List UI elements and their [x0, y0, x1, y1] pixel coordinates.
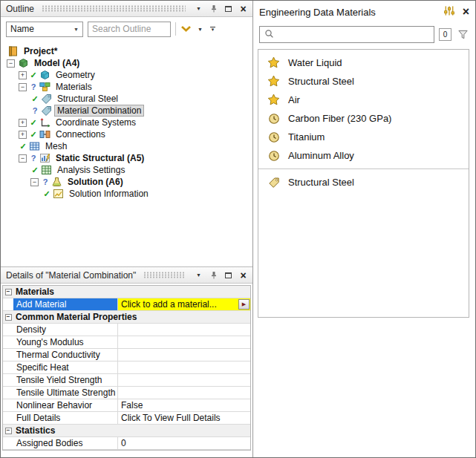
- outline-tree: Project*−Model (A4)+✓Geometry−?Materials…: [1, 41, 252, 266]
- add-material-picker-button[interactable]: ▶: [238, 299, 250, 310]
- property-value[interactable]: [118, 324, 250, 336]
- material-item-label: Structural Steel: [288, 177, 354, 188]
- materials-search-field[interactable]: [259, 26, 434, 43]
- material-item-air[interactable]: Air: [258, 91, 469, 109]
- material-item-water-liquid[interactable]: Water Liquid: [258, 53, 469, 72]
- expand-icon[interactable]: +: [19, 71, 27, 79]
- collapse-icon[interactable]: −: [19, 83, 27, 91]
- material-item-structural-steel[interactable]: Structural Steel: [258, 173, 469, 192]
- expand-collapse-icon[interactable]: [180, 25, 192, 33]
- close-icon[interactable]: ×: [238, 269, 249, 281]
- toolbar-overflow-icon[interactable]: ▼: [210, 27, 215, 32]
- tree-item-coordinate-systems[interactable]: +✓Coordinate Systems: [1, 117, 252, 128]
- add-material-value-cell[interactable]: Click to add a material...▶: [118, 298, 250, 310]
- question-status-icon: ?: [29, 154, 38, 163]
- tree-item-label: Geometry: [53, 69, 98, 81]
- section-row-common-material-properties: −Common Material Properties: [3, 311, 250, 324]
- star-icon: [267, 75, 280, 88]
- material-item-aluminum-alloy[interactable]: Aluminum Alloy: [258, 146, 469, 165]
- property-value[interactable]: [118, 374, 250, 386]
- property-value[interactable]: [118, 336, 250, 348]
- list-separator: [258, 169, 469, 169]
- clock-icon: [267, 131, 280, 143]
- materials-panel-header-icons: ×: [443, 5, 469, 19]
- collapse-icon[interactable]: −: [5, 314, 12, 321]
- star-icon: [267, 94, 280, 106]
- clock-icon: [267, 112, 280, 125]
- tree-item-geometry[interactable]: +✓Geometry: [1, 69, 252, 81]
- pin-icon[interactable]: [208, 3, 219, 14]
- material-item-structural-steel[interactable]: Structural Steel: [258, 72, 469, 91]
- collapse-icon[interactable]: −: [5, 428, 12, 434]
- material-item-label: Structural Steel: [288, 76, 354, 87]
- property-value[interactable]: False: [118, 399, 250, 411]
- maximize-icon[interactable]: [223, 3, 234, 14]
- search-outline-input[interactable]: [88, 22, 171, 37]
- settings-sliders-icon[interactable]: [443, 5, 455, 19]
- material-item-carbon-fiber-230-gpa[interactable]: Carbon Fiber (230 GPa): [258, 109, 469, 128]
- tree-item-solution-information[interactable]: ✓Solution Information: [1, 188, 252, 200]
- solution-icon: [50, 177, 62, 187]
- tree-item-connections[interactable]: +✓Connections: [1, 128, 252, 140]
- expand-collapse-dropdown-icon[interactable]: ▼: [198, 27, 203, 32]
- section-row-materials: −Materials: [3, 286, 250, 298]
- tree-item-model-a4[interactable]: −Model (A4): [1, 57, 252, 69]
- property-label: Specific Heat: [13, 362, 118, 373]
- material-item-titanium[interactable]: Titanium: [258, 128, 469, 146]
- property-value[interactable]: [118, 349, 250, 361]
- tree-item-material-combination[interactable]: ?Material Combination: [1, 105, 252, 117]
- analysis-settings-icon: [40, 165, 52, 175]
- property-value[interactable]: Click To View Full Details: [118, 412, 250, 424]
- materials-search-input[interactable]: [278, 30, 429, 40]
- panel-menu-dropdown-icon[interactable]: ▼: [193, 269, 204, 281]
- property-label: Young's Modulus: [13, 336, 118, 348]
- tree-item-analysis-settings[interactable]: ✓Analysis Settings: [1, 164, 252, 176]
- property-value[interactable]: [118, 362, 250, 373]
- close-icon[interactable]: ×: [238, 3, 249, 14]
- collapse-icon[interactable]: −: [30, 178, 39, 186]
- pin-icon[interactable]: [208, 269, 219, 281]
- tree-item-solution-a6[interactable]: −?Solution (A6): [1, 176, 252, 188]
- section-label: Materials: [13, 286, 250, 298]
- section-label: Statistics: [13, 425, 250, 436]
- tree-item-mesh[interactable]: ✓Mesh: [1, 140, 252, 152]
- tree-item-project[interactable]: Project*: [1, 45, 252, 57]
- section-row-statistics: −Statistics: [3, 425, 250, 437]
- property-value[interactable]: [118, 387, 250, 399]
- tree-item-materials[interactable]: −?Materials: [1, 81, 252, 93]
- tree-item-label: Connections: [53, 128, 108, 140]
- coordinate-systems-icon: [39, 117, 50, 128]
- titlebar-texture: [42, 5, 186, 12]
- tree-item-static-structural-a5[interactable]: −?Static Structural (A5): [1, 152, 252, 164]
- details-titlebar: Details of "Material Combination" ▼ ×: [1, 267, 252, 284]
- row-margin: [3, 399, 13, 411]
- collapse-icon[interactable]: −: [5, 289, 12, 295]
- row-margin: [3, 349, 13, 361]
- property-label: Nonlinear Behavior: [13, 399, 118, 411]
- outline-titlebar: Outline ▼ ×: [1, 1, 252, 17]
- collapse-icon[interactable]: −: [7, 59, 15, 68]
- details-panel-title: Details of "Material Combination": [6, 270, 136, 281]
- expand-icon[interactable]: +: [19, 131, 27, 139]
- maximize-icon[interactable]: [223, 269, 234, 281]
- tree-item-label: Static Structural (A5): [53, 152, 147, 164]
- tree-item-structural-steel[interactable]: ✓Structural Steel: [1, 93, 252, 105]
- tree-item-label: Mesh: [42, 140, 70, 152]
- close-icon[interactable]: ×: [463, 6, 469, 18]
- name-filter-dropdown[interactable]: Name ▼: [6, 22, 83, 37]
- expand-icon[interactable]: +: [19, 119, 27, 127]
- model-icon: [17, 58, 29, 68]
- detail-row-nonlinear-behavior: Nonlinear BehaviorFalse: [3, 399, 250, 412]
- property-value[interactable]: 0: [118, 437, 250, 449]
- property-label: Tensile Yield Strength: [13, 374, 118, 386]
- mesh-icon: [28, 141, 40, 151]
- filter-funnel-icon[interactable]: [456, 28, 469, 42]
- collapse-icon[interactable]: −: [19, 154, 27, 163]
- check-status-icon: ✓: [30, 166, 39, 175]
- engineering-data-materials-panel: Engineering Data Materials × 0 Water Liq…: [253, 1, 475, 457]
- row-margin: −: [3, 311, 13, 323]
- add-material-label: Add Material: [13, 298, 118, 310]
- panel-menu-dropdown-icon[interactable]: ▼: [193, 3, 204, 14]
- project-icon: [7, 46, 19, 56]
- outline-panel-title: Outline: [6, 4, 34, 14]
